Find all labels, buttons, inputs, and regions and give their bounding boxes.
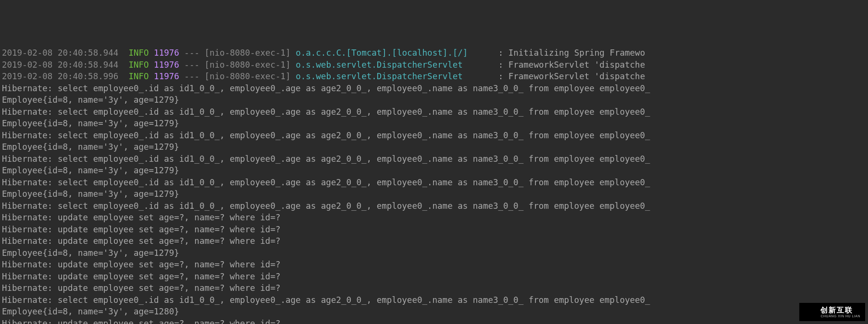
log-line: Employee{id=8, name='3y', age=1279}: [2, 118, 866, 130]
log-message: : FrameworkServlet 'dispatche: [498, 72, 645, 81]
log-line: Hibernate: select employee0_.id as id1_0…: [2, 294, 866, 306]
log-pid: 11976: [154, 72, 179, 81]
log-logger: o.s.web.servlet.DispatcherServlet: [296, 72, 493, 81]
log-line: Hibernate: select employee0_.id as id1_0…: [2, 177, 866, 189]
log-separator: ---: [184, 60, 199, 70]
log-thread: [nio-8080-exec-1]: [205, 48, 291, 58]
log-line: 2019-02-08 20:40:58.944 INFO 11976 --- […: [2, 59, 866, 71]
log-line: Hibernate: update employee set age=?, na…: [2, 212, 866, 224]
log-line: Hibernate: update employee set age=?, na…: [2, 282, 866, 294]
logo-icon: [803, 305, 818, 319]
log-line: Hibernate: select employee0_.id as id1_0…: [2, 153, 866, 165]
watermark-logo: 创新互联 CHUANG XIN HU LIAN: [799, 303, 865, 321]
watermark-text-small: CHUANG XIN HU LIAN: [820, 314, 860, 318]
log-line: Hibernate: update employee set age=?, na…: [2, 259, 866, 271]
log-line: Hibernate: update employee set age=?, na…: [2, 318, 866, 324]
log-line: Employee{id=8, name='3y', age=1279}: [2, 247, 866, 259]
log-thread: [nio-8080-exec-1]: [205, 60, 291, 70]
log-pid: 11976: [154, 60, 179, 70]
log-level: INFO: [128, 72, 149, 81]
log-timestamp: 2019-02-08 20:40:58.996: [2, 72, 118, 81]
log-line: Employee{id=8, name='3y', age=1279}: [2, 165, 866, 177]
watermark-text-big: 创新互联: [820, 306, 860, 313]
log-line: Hibernate: select employee0_.id as id1_0…: [2, 200, 866, 212]
log-message: : Initializing Spring Framewo: [498, 48, 645, 58]
log-timestamp: 2019-02-08 20:40:58.944: [2, 48, 118, 58]
log-line: Hibernate: select employee0_.id as id1_0…: [2, 83, 866, 95]
log-message: : FrameworkServlet 'dispatche: [498, 60, 645, 70]
log-line: 2019-02-08 20:40:58.944 INFO 11976 --- […: [2, 47, 866, 59]
console-output[interactable]: 2019-02-08 20:40:58.944 INFO 11976 --- […: [0, 47, 868, 324]
log-separator: ---: [184, 48, 199, 58]
log-pid: 11976: [154, 48, 179, 58]
log-line: Hibernate: select employee0_.id as id1_0…: [2, 106, 866, 118]
log-level: INFO: [128, 48, 149, 58]
log-line: Hibernate: update employee set age=?, na…: [2, 224, 866, 236]
log-line: Hibernate: update employee set age=?, na…: [2, 235, 866, 247]
log-level: INFO: [128, 60, 149, 70]
log-logger: o.s.web.servlet.DispatcherServlet: [296, 60, 493, 70]
log-line: Hibernate: select employee0_.id as id1_0…: [2, 130, 866, 142]
log-timestamp: 2019-02-08 20:40:58.944: [2, 60, 118, 70]
log-line: Hibernate: update employee set age=?, na…: [2, 271, 866, 283]
log-line: Employee{id=8, name='3y', age=1279}: [2, 188, 866, 200]
log-line: Employee{id=8, name='3y', age=1279}: [2, 141, 866, 153]
log-line: Employee{id=8, name='3y', age=1279}: [2, 94, 866, 106]
log-logger: o.a.c.c.C.[Tomcat].[localhost].[/]: [296, 48, 493, 58]
log-line: Employee{id=8, name='3y', age=1280}: [2, 306, 866, 318]
log-line: 2019-02-08 20:40:58.996 INFO 11976 --- […: [2, 71, 866, 83]
log-thread: [nio-8080-exec-1]: [205, 72, 291, 81]
log-separator: ---: [184, 72, 199, 81]
